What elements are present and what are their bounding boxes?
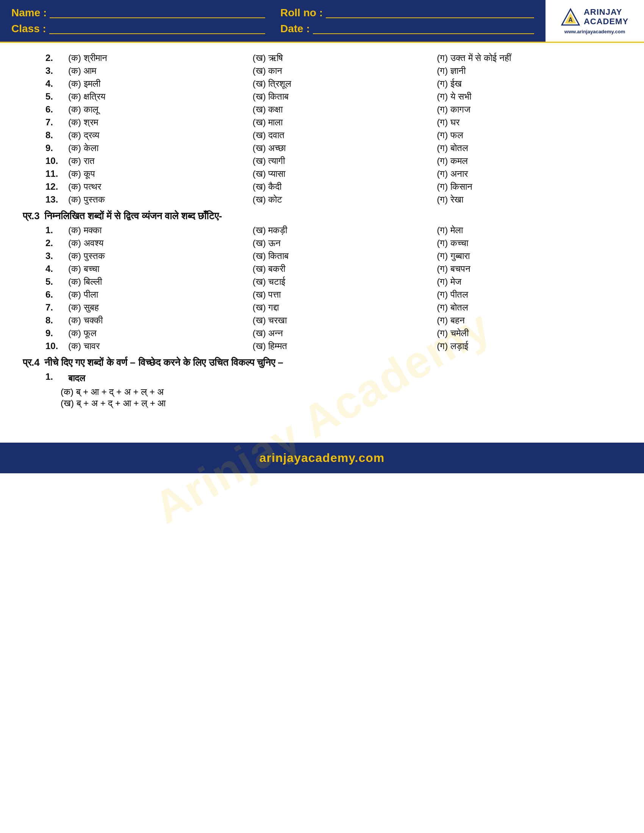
logo-url: www.arinjayacademy.com xyxy=(564,29,625,34)
option-a: (क) श्रीमान xyxy=(68,53,253,63)
logo-arinjay: ARINJAY xyxy=(584,8,628,17)
option-c: (ग) चमेली xyxy=(437,328,621,338)
option-a: (क) रात xyxy=(68,156,253,166)
table-row: 2. (क) श्रीमान (ख) ऋषि (ग) उक्त में से क… xyxy=(45,53,621,63)
rollno-label: Roll no : xyxy=(280,7,323,19)
q-options: (क) श्रीमान (ख) ऋषि (ग) उक्त में से कोई … xyxy=(68,53,621,63)
option-c: (ग) ज्ञानी xyxy=(437,66,621,76)
option-c: (ग) बोतल xyxy=(437,143,621,153)
option-c: (ग) रेखा xyxy=(437,194,621,205)
option-c: (ग) कच्चा xyxy=(437,238,621,248)
option-b: (ख) गद्दा xyxy=(253,302,437,313)
option-b: (ख) त्रिशूल xyxy=(253,78,437,89)
pr3-header: प्र.3 निम्नलिखित शब्दों में से द्वित्व व… xyxy=(23,210,621,222)
q-options: (क) इमली (ख) त्रिशूल (ग) ईख xyxy=(68,78,621,89)
q-number: 2. xyxy=(45,238,68,248)
table-row: 3. (क) पुस्तक (ख) किताब (ग) गुब्बारा xyxy=(45,251,621,261)
option-c: (ग) मेज xyxy=(437,277,621,287)
q-number: 5. xyxy=(45,277,68,287)
q-number: 8. xyxy=(45,315,68,326)
table-row: 6. (क) कालू (ख) कक्षा (ग) कागज xyxy=(45,104,621,115)
pr4-word: बादल xyxy=(68,373,85,384)
pr4-label: प्र.4 xyxy=(23,357,40,368)
table-row: 10. (क) चावर (ख) हिम्मत (ग) लड़ाई xyxy=(45,341,621,351)
header-fields: Name : Roll no : Class : Date : xyxy=(0,0,546,42)
q-options: (क) क्षत्रिय (ख) किताब (ग) ये सभी xyxy=(68,91,621,102)
table-row: 9. (क) केला (ख) अच्छा (ग) बोतल xyxy=(45,143,621,153)
option-a: (क) मक्का xyxy=(68,225,253,235)
q-number: 9. xyxy=(45,328,68,338)
option-c: (ग) किसान xyxy=(437,182,621,192)
q-options: (क) बिल्ली (ख) चटाई (ग) मेज xyxy=(68,277,621,287)
q-number: 6. xyxy=(45,289,68,300)
logo-inner: A ARINJAY ACADEMY xyxy=(561,8,628,26)
option-a: (क) पीला xyxy=(68,289,253,300)
table-row: 5. (क) क्षत्रिय (ख) किताब (ग) ये सभी xyxy=(45,91,621,102)
q-options: (क) आम (ख) कान (ग) ज्ञानी xyxy=(68,66,621,76)
q-options: (क) पुस्तक (ख) किताब (ग) गुब्बारा xyxy=(68,251,621,261)
option-c: (ग) गुब्बारा xyxy=(437,251,621,261)
option-c: (ग) ये सभी xyxy=(437,91,621,102)
q-number: 1. xyxy=(45,225,68,235)
option-c: (ग) बोतल xyxy=(437,302,621,313)
q-options: (क) रात (ख) त्यागी (ग) कमल xyxy=(68,156,621,166)
q-options: (क) कालू (ख) कक्षा (ग) कागज xyxy=(68,104,621,115)
option-b: (ख) पत्ता xyxy=(253,289,437,300)
option-b: (ख) दवात xyxy=(253,130,437,140)
option-a: (क) बच्चा xyxy=(68,264,253,274)
svg-text:A: A xyxy=(568,17,573,23)
option-b: (ख) ऊन xyxy=(253,238,437,248)
pr4-list: 1. बादल (क) ब् + आ + द् + अ + ल् + अ(ख) … xyxy=(45,371,621,408)
option-a: (क) श्रम xyxy=(68,117,253,128)
option-a: (क) फूल xyxy=(68,328,253,338)
option-a: (क) द्रव्य xyxy=(68,130,253,140)
q-options: (क) द्रव्य (ख) दवात (ग) फल xyxy=(68,130,621,140)
option-c: (ग) फल xyxy=(437,130,621,140)
option-b: (ख) बकरी xyxy=(253,264,437,274)
q-options: (क) सुबह (ख) गद्दा (ग) बोतल xyxy=(68,302,621,313)
logo-text: ARINJAY ACADEMY xyxy=(584,8,628,26)
table-row: 13. (क) पुस्तक (ख) कोट (ग) रेखा xyxy=(45,194,621,205)
option-c: (ग) बहन xyxy=(437,315,621,326)
q-number: 6. xyxy=(45,104,68,115)
q-number: 7. xyxy=(45,302,68,313)
option-a: (क) आम xyxy=(68,66,253,76)
option-b: (ख) अच्छा xyxy=(253,143,437,153)
table-row: 8. (क) द्रव्य (ख) दवात (ग) फल xyxy=(45,130,621,140)
name-row: Name : xyxy=(11,7,265,19)
q-number: 13. xyxy=(45,194,68,205)
table-row: 4. (क) इमली (ख) त्रिशूल (ग) ईख xyxy=(45,78,621,89)
pr4-word-row: 1. बादल xyxy=(45,371,621,384)
table-row: 7. (क) श्रम (ख) माला (ग) घर xyxy=(45,117,621,128)
option-a: (क) इमली xyxy=(68,78,253,89)
rollno-input-line xyxy=(326,8,534,18)
option-b: (ख) कैदी xyxy=(253,182,437,192)
class-input-line xyxy=(49,24,265,34)
option-c: (ग) मेला xyxy=(437,225,621,235)
option-b: (ख) हिम्मत xyxy=(253,341,437,351)
footer-url: arinjayacademy.com xyxy=(259,451,385,465)
q-options: (क) फूल (ख) अन्न (ग) चमेली xyxy=(68,328,621,338)
pr4-option: (क) ब् + आ + द् + अ + ल् + अ xyxy=(61,387,621,397)
q-options: (क) पत्थर (ख) कैदी (ग) किसान xyxy=(68,182,621,192)
table-row: 8. (क) चक्की (ख) चरखा (ग) बहन xyxy=(45,315,621,326)
option-b: (ख) कक्षा xyxy=(253,104,437,115)
rollno-row: Roll no : xyxy=(280,7,534,19)
option-a: (क) कूप xyxy=(68,169,253,179)
q-number: 3. xyxy=(45,251,68,261)
option-b: (ख) त्यागी xyxy=(253,156,437,166)
pr4-header: प्र.4 नीचे दिए गए शब्दों के वर्ण – विच्छ… xyxy=(23,357,621,368)
option-a: (क) पुस्तक xyxy=(68,251,253,261)
q-options: (क) पुस्तक (ख) कोट (ग) रेखा xyxy=(68,194,621,205)
q-number: 4. xyxy=(45,78,68,89)
q-number: 4. xyxy=(45,264,68,274)
date-input-line xyxy=(313,24,534,34)
table-row: 2. (क) अवश्य (ख) ऊन (ग) कच्चा xyxy=(45,238,621,248)
table-row: 12. (क) पत्थर (ख) कैदी (ग) किसान xyxy=(45,182,621,192)
q-number: 3. xyxy=(45,66,68,76)
logo-academy: ACADEMY xyxy=(584,17,628,26)
q2-list: 2. (क) श्रीमान (ख) ऋषि (ग) उक्त में से क… xyxy=(45,53,621,205)
option-b: (ख) ऋषि xyxy=(253,53,437,63)
name-label: Name : xyxy=(11,7,47,19)
q-options: (क) अवश्य (ख) ऊन (ग) कच्चा xyxy=(68,238,621,248)
